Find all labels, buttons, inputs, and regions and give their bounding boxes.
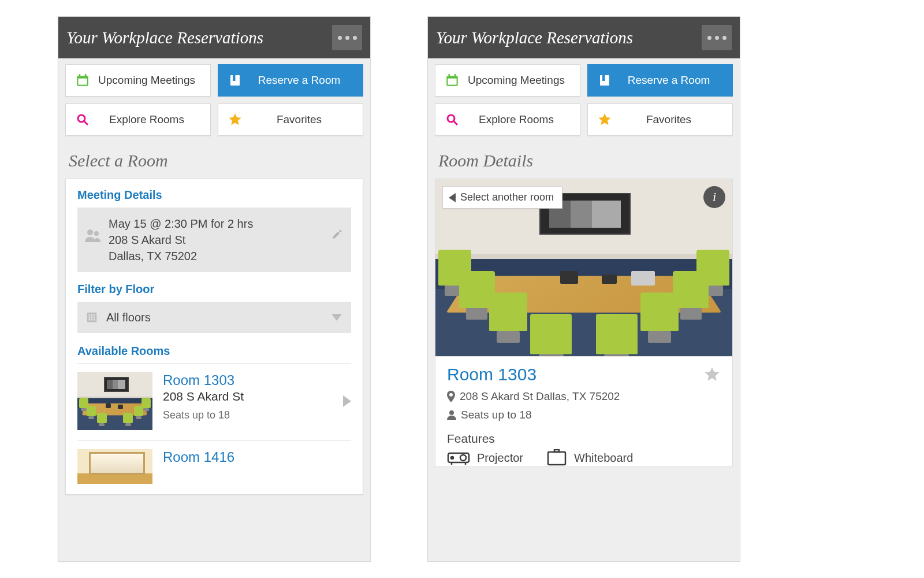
room-hero: Select another room i xyxy=(435,179,733,357)
search-icon xyxy=(74,113,91,127)
svg-rect-17 xyxy=(89,319,91,321)
floor-select[interactable]: All floors xyxy=(77,302,351,333)
room-details-panel: Room 1303 208 S Akard St Dallas, TX 7520… xyxy=(435,357,733,467)
svg-point-9 xyxy=(94,231,99,236)
tile-favorites[interactable]: Favorites xyxy=(218,103,363,136)
tile-label: Upcoming Meetings xyxy=(461,74,572,87)
meeting-details-heading: Meeting Details xyxy=(77,188,351,202)
svg-rect-2 xyxy=(79,74,81,77)
svg-point-26 xyxy=(448,115,454,122)
tile-label: Explore Rooms xyxy=(91,113,202,126)
room-row[interactable]: Room 1303 208 S Akard St Seats up to 18 xyxy=(77,364,351,441)
tile-label: Favorites xyxy=(244,113,355,126)
calendar-icon xyxy=(444,73,461,88)
svg-rect-15 xyxy=(91,317,93,318)
tile-upcoming-meetings[interactable]: Upcoming Meetings xyxy=(435,64,580,97)
floor-select-value: All floors xyxy=(106,311,151,324)
nav-tiles: Upcoming Meetings Reserve a Room Explore… xyxy=(428,58,740,136)
svg-rect-3 xyxy=(85,74,87,77)
svg-rect-14 xyxy=(89,317,91,318)
star-icon xyxy=(226,112,244,127)
room-name: Room 1303 xyxy=(447,365,703,384)
svg-line-27 xyxy=(454,121,457,125)
svg-rect-23 xyxy=(454,74,456,77)
svg-point-30 xyxy=(460,455,466,461)
meeting-address-line2: Dallas, TX 75202 xyxy=(109,248,343,264)
room-thumbnail xyxy=(77,449,152,484)
available-rooms-heading: Available Rooms xyxy=(77,344,351,358)
projector-icon xyxy=(447,450,470,466)
app-title: Your Workplace Reservations xyxy=(66,28,332,47)
edit-icon[interactable] xyxy=(331,228,343,240)
bookmark-icon xyxy=(226,73,244,87)
svg-point-31 xyxy=(451,457,453,459)
svg-line-7 xyxy=(84,121,88,125)
room-name: Room 1416 xyxy=(163,449,351,465)
screen-select-room: Your Workplace Reservations Upcoming Mee… xyxy=(58,16,371,562)
back-button[interactable]: Select another room xyxy=(442,186,562,209)
features-heading: Features xyxy=(447,432,721,446)
room-name: Room 1303 xyxy=(163,372,343,388)
tile-upcoming-meetings[interactable]: Upcoming Meetings xyxy=(65,64,211,97)
feature-projector: Projector xyxy=(447,449,523,466)
svg-rect-13 xyxy=(94,314,95,316)
room-seats: Seats up to 18 xyxy=(461,409,532,421)
svg-rect-12 xyxy=(91,314,93,316)
room-thumbnail xyxy=(77,372,152,430)
svg-rect-21 xyxy=(448,79,456,85)
tile-label: Upcoming Meetings xyxy=(91,74,202,87)
app-title: Your Workplace Reservations xyxy=(436,28,702,47)
tile-label: Favorites xyxy=(613,113,724,126)
svg-rect-35 xyxy=(554,450,559,452)
section-heading: Select a Room xyxy=(58,136,370,179)
svg-rect-1 xyxy=(78,79,87,85)
room-seats: Seats up to 18 xyxy=(163,409,343,421)
chevron-left-icon xyxy=(449,193,456,202)
more-menu-button[interactable] xyxy=(702,25,732,50)
tile-explore-rooms[interactable]: Explore Rooms xyxy=(435,103,580,136)
star-icon xyxy=(596,112,613,127)
svg-point-28 xyxy=(449,410,454,415)
meeting-details-panel[interactable]: May 15 @ 2:30 PM for 2 hrs 208 S Akard S… xyxy=(77,208,351,272)
svg-rect-22 xyxy=(449,74,450,77)
more-menu-button[interactable] xyxy=(332,25,362,50)
svg-rect-19 xyxy=(94,319,95,321)
info-button[interactable]: i xyxy=(703,186,725,208)
nav-tiles: Upcoming Meetings Reserve a Room Explore… xyxy=(58,58,370,136)
screen-room-details: Your Workplace Reservations Upcoming Mee… xyxy=(427,16,740,562)
svg-rect-5 xyxy=(233,75,236,81)
filter-heading: Filter by Floor xyxy=(77,283,351,296)
people-icon xyxy=(84,228,102,243)
tile-label: Explore Rooms xyxy=(461,113,572,126)
tile-label: Reserve a Room xyxy=(244,74,355,87)
calendar-icon xyxy=(74,73,91,88)
building-icon xyxy=(85,311,98,324)
feature-whiteboard: Whiteboard xyxy=(546,449,633,466)
chevron-down-icon xyxy=(331,314,342,321)
back-button-label: Select another room xyxy=(460,191,554,203)
tile-reserve-room[interactable]: Reserve a Room xyxy=(218,64,363,97)
feature-label: Whiteboard xyxy=(574,451,633,465)
svg-rect-34 xyxy=(548,452,565,465)
tile-favorites[interactable]: Favorites xyxy=(587,103,733,136)
person-icon xyxy=(447,410,456,420)
select-room-card: Meeting Details May 15 @ 2:30 PM for 2 h… xyxy=(65,179,363,495)
meeting-address-line1: 208 S Akard St xyxy=(109,232,343,248)
pin-icon xyxy=(447,391,455,402)
app-header: Your Workplace Reservations xyxy=(58,17,370,58)
svg-rect-25 xyxy=(602,75,605,81)
room-address: 208 S Akard St xyxy=(163,390,343,403)
tile-reserve-room[interactable]: Reserve a Room xyxy=(587,64,733,97)
feature-label: Projector xyxy=(477,451,523,465)
tile-explore-rooms[interactable]: Explore Rooms xyxy=(65,103,211,136)
section-heading: Room Details xyxy=(428,136,740,179)
room-row[interactable]: Room 1416 xyxy=(77,441,351,494)
whiteboard-icon xyxy=(546,449,567,466)
tile-label: Reserve a Room xyxy=(613,74,724,87)
favorite-star-icon[interactable] xyxy=(703,366,721,383)
bookmark-icon xyxy=(596,73,613,87)
chevron-right-icon xyxy=(343,395,351,407)
room-address: 208 S Akard St Dallas, TX 75202 xyxy=(460,390,620,403)
svg-rect-18 xyxy=(91,319,93,321)
svg-rect-16 xyxy=(94,317,95,318)
